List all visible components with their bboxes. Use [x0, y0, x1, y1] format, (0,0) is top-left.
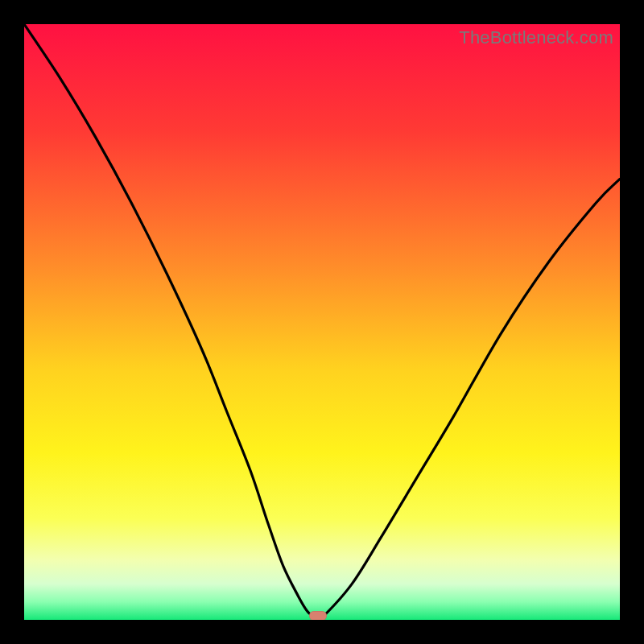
optimum-marker: [309, 611, 327, 620]
chart-frame: TheBottleneck.com: [0, 0, 644, 644]
plot-area: TheBottleneck.com: [24, 24, 620, 620]
watermark-text: TheBottleneck.com: [459, 27, 613, 48]
background-gradient: [24, 24, 620, 620]
svg-rect-0: [24, 24, 620, 620]
